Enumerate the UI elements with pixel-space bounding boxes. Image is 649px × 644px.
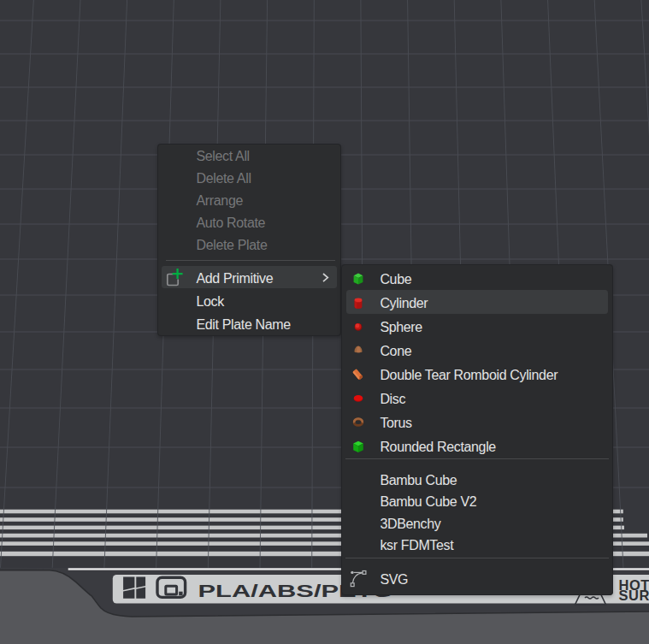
svg-text:SURF: SURF xyxy=(619,588,649,603)
